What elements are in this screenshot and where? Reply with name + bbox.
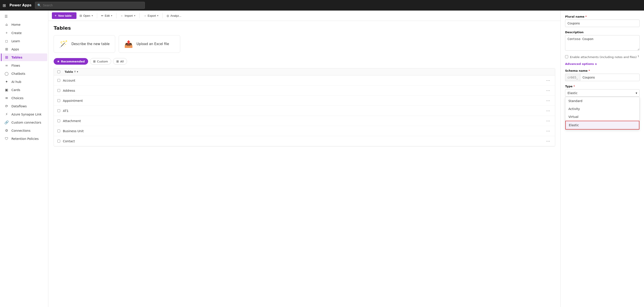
- search-input[interactable]: [43, 4, 142, 7]
- sort-toggle-icon[interactable]: ▾: [77, 70, 78, 73]
- apps-icon: ⊞: [4, 47, 9, 51]
- sidebar-item-retention[interactable]: 🛡 Retention Policies: [1, 135, 47, 143]
- import-chevron-icon: ▾: [134, 14, 136, 17]
- table-row[interactable]: Appointment ⋯: [54, 96, 555, 106]
- tab-all[interactable]: ⊞ All: [113, 58, 127, 65]
- chevron-up-icon: ∧: [595, 62, 597, 66]
- sidebar-item-tables[interactable]: ⊞ Tables: [1, 54, 47, 61]
- choices-icon: ≡: [4, 96, 9, 100]
- open-button[interactable]: ⊟ Open ▾: [77, 13, 95, 19]
- row-checkbox-address[interactable]: [57, 89, 60, 92]
- row-checkbox-attachment[interactable]: [57, 119, 60, 122]
- upload-excel-card[interactable]: 📤 Upload an Excel file: [119, 35, 180, 53]
- option-standard[interactable]: Standard: [565, 97, 640, 105]
- page-title: Tables: [54, 25, 555, 31]
- row-more-address[interactable]: ⋯: [545, 88, 552, 93]
- table-header-row: Table ↑ ▾: [54, 68, 555, 75]
- sidebar-item-dataflows[interactable]: ⟳ Dataflows: [1, 102, 47, 110]
- sort-asc-icon[interactable]: ↑: [74, 70, 76, 73]
- row-more-attachment[interactable]: ⋯: [545, 118, 552, 124]
- analyze-button[interactable]: ◎ Analyz...: [164, 13, 184, 19]
- row-checkbox-account[interactable]: [57, 79, 60, 82]
- create-icon: ＋: [4, 31, 9, 35]
- import-icon: ←: [120, 14, 123, 17]
- toolbar-sep-2: [116, 13, 116, 18]
- sidebar-item-custom-connectors[interactable]: 🔗 Custom connectors: [1, 119, 47, 126]
- row-more-contact[interactable]: ⋯: [545, 138, 552, 144]
- row-checkbox-at1[interactable]: [57, 109, 60, 112]
- row-checkbox-business-unit[interactable]: [57, 130, 60, 132]
- filter-tabs: ★ Recommended ⊞ Custom ⊞ All: [54, 58, 555, 65]
- sidebar-item-azure-synapse[interactable]: ⚡ Azure Synapse Link: [1, 110, 47, 118]
- schema-suffix-input[interactable]: [580, 74, 640, 81]
- row-more-account[interactable]: ⋯: [545, 78, 552, 83]
- right-panel: Plural name * Description Contoso Coupon…: [560, 11, 644, 307]
- export-icon: →: [144, 14, 146, 17]
- option-elastic[interactable]: Elastic: [565, 121, 640, 130]
- sidebar-hamburger[interactable]: ☰: [1, 13, 47, 20]
- schema-prefix: cr665_: [565, 74, 580, 81]
- row-more-business-unit[interactable]: ⋯: [545, 128, 552, 134]
- open-chevron-icon: ▾: [92, 14, 93, 17]
- connections-icon: ⚙: [4, 128, 9, 133]
- dropdown-chevron-icon: ▾: [636, 91, 637, 95]
- toolbar-sep-4: [162, 13, 163, 18]
- connectors-icon: 🔗: [4, 120, 9, 124]
- edit-button[interactable]: ✏ Edit ▾: [99, 13, 114, 19]
- grid-icon[interactable]: ⊞: [3, 3, 6, 8]
- sidebar-item-create[interactable]: ＋ Create: [1, 29, 47, 37]
- sidebar-item-flows[interactable]: ∞ Flows: [1, 62, 47, 69]
- sidebar-item-home[interactable]: ⌂ Home: [1, 21, 47, 28]
- attachments-checkbox[interactable]: [565, 55, 568, 58]
- table-row[interactable]: Contact ⋯: [54, 136, 555, 146]
- plural-name-input[interactable]: [565, 20, 640, 27]
- sidebar-item-learn[interactable]: ◻ Learn: [1, 37, 47, 45]
- table-row[interactable]: Business Unit ⋯: [54, 126, 555, 136]
- sidebar-item-apps[interactable]: ⊞ Apps: [1, 45, 47, 53]
- upload-label: Upload an Excel file: [136, 42, 169, 46]
- select-all-checkbox[interactable]: [57, 70, 60, 73]
- export-chevron-icon: ▾: [157, 14, 158, 17]
- page-content: Tables 🪄 Describe the new table 📤 Upload…: [48, 21, 560, 307]
- export-button[interactable]: → Export ▾: [141, 13, 161, 19]
- advanced-options-toggle[interactable]: Advanced options ∧: [565, 62, 640, 66]
- describe-table-card[interactable]: 🪄 Describe the new table: [54, 35, 115, 53]
- type-dropdown-button[interactable]: Elastic ▾: [565, 89, 640, 97]
- schema-name-field: Schema name * cr665_: [565, 69, 640, 81]
- row-more-appointment[interactable]: ⋯: [545, 98, 552, 103]
- tab-custom[interactable]: ⊞ Custom: [90, 58, 112, 65]
- tab-recommended[interactable]: ★ Recommended: [54, 58, 88, 65]
- search-bar[interactable]: 🔍: [35, 2, 145, 9]
- plural-required-star: *: [585, 15, 587, 18]
- import-button[interactable]: ← Import ▾: [118, 13, 138, 19]
- sidebar-item-choices[interactable]: ≡ Choices: [1, 94, 47, 102]
- row-checkbox-contact[interactable]: [57, 140, 60, 143]
- row-checkbox-appointment[interactable]: [57, 99, 60, 102]
- sidebar-item-cards[interactable]: ▣ Cards: [1, 86, 47, 94]
- plural-name-field: Plural name *: [565, 15, 640, 27]
- new-table-button[interactable]: ＋ New table ▾: [52, 12, 76, 19]
- sidebar-item-chatbots[interactable]: ◯ Chatbots: [1, 70, 47, 77]
- table-row[interactable]: Account ⋯: [54, 75, 555, 86]
- row-more-at1[interactable]: ⋯: [545, 108, 552, 114]
- dataflows-icon: ⟳: [4, 104, 9, 108]
- description-textarea[interactable]: Contoso Coupon: [565, 35, 640, 51]
- description-field: Description Contoso Coupon: [565, 31, 640, 51]
- table-row[interactable]: Attachment ⋯: [54, 116, 555, 126]
- all-icon: ⊞: [116, 60, 119, 63]
- topbar: ⊞ Power Apps 🔍: [0, 0, 644, 11]
- option-activity[interactable]: Activity: [565, 105, 640, 113]
- plus-icon: ＋: [54, 14, 57, 18]
- option-virtual[interactable]: Virtual: [565, 113, 640, 121]
- tables-table: Table ↑ ▾ Account ⋯ Address ⋯: [54, 68, 555, 146]
- describe-icon: 🪄: [59, 40, 68, 48]
- table-row[interactable]: AT1 ⋯: [54, 106, 555, 116]
- sidebar-item-connections[interactable]: ⚙ Connections: [1, 127, 47, 134]
- analyze-icon: ◎: [166, 14, 169, 17]
- schema-required-star: *: [588, 69, 590, 72]
- open-icon: ⊟: [80, 14, 82, 17]
- ai-hub-icon: ✦: [4, 80, 9, 84]
- type-required-star: *: [574, 85, 575, 88]
- table-row[interactable]: Address ⋯: [54, 86, 555, 96]
- sidebar-item-ai-hub[interactable]: ✦ AI hub: [1, 78, 47, 86]
